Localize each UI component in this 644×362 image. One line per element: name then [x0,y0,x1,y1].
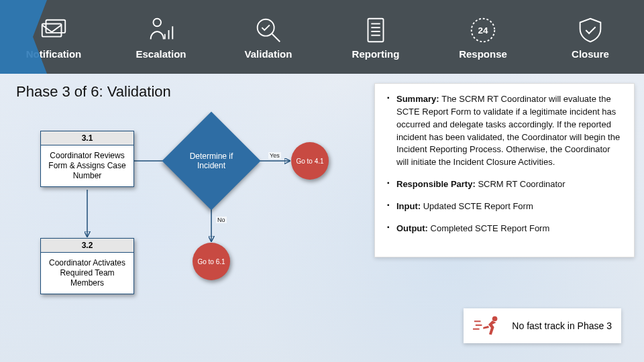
info-lead: Responsible Party: [396,179,478,189]
nav-label: Response [459,48,507,60]
nav-closure: Closure [543,15,637,60]
flow-decision: Determine if Incident [162,111,260,210]
info-panel: Summary: The SCRM RT Coordinator will ev… [374,83,635,257]
mail-icon [38,15,69,46]
info-responsible: Responsible Party: SCRM RT Coordinator [387,178,623,191]
fast-track-text: No fast track in Phase 3 [512,320,612,331]
phase-nav: Notification Escalation Validation Repor… [0,0,644,74]
flow-terminator-text: Go to 6.1 [197,258,225,265]
flow-box-text: Coordinator Activates Required Team Memb… [41,253,133,294]
flowchart: 3.1 Coordinator Reviews Form & Assigns C… [0,111,376,352]
nav-reporting: Reporting [329,15,423,60]
document-lines-icon [360,15,391,46]
flow-box-text: Coordinator Reviews Form & Assigns Case … [41,145,133,186]
svg-rect-0 [42,23,62,36]
flow-box-number: 3.1 [41,131,133,145]
magnifier-check-icon [253,15,284,46]
nav-label: Notification [26,48,82,60]
flow-box-3-1: 3.1 Coordinator Reviews Form & Assigns C… [40,131,134,187]
nav-validation: Validation [221,15,315,60]
shield-check-icon [575,15,606,46]
flow-terminator-text: Go to 4.1 [296,158,323,165]
info-summary: Summary: The SCRM RT Coordinator will ev… [387,93,623,169]
svg-point-2 [154,18,162,26]
svg-rect-1 [46,19,66,32]
nav-escalation: Escalation [114,15,208,60]
info-output: Output: Completed SCTE Report Form [387,223,623,235]
runner-icon [473,314,504,338]
flow-terminator-6-1: Go to 6.1 [193,243,230,280]
clock-24-icon: 24 [468,15,498,46]
flow-decision-text: Determine if Incident [176,126,246,196]
nav-label: Closure [572,48,609,60]
svg-text:24: 24 [478,25,488,35]
svg-line-7 [272,34,280,42]
flow-box-number: 3.2 [41,239,133,253]
nav-label: Validation [245,48,292,60]
nav-label: Escalation [136,48,186,60]
info-body: The SCRM RT Coordinator will evaluate th… [396,94,620,167]
svg-point-6 [258,19,274,36]
info-body: SCRM RT Coordinator [478,179,565,189]
svg-rect-20 [474,320,481,322]
info-input: Input: Updated SCTE Report Form [387,200,623,213]
svg-rect-22 [473,328,480,330]
info-lead: Input: [396,201,423,211]
info-body: Completed SCTE Report Form [431,223,550,233]
nav-notification: Notification [7,15,101,60]
edge-label-yes: Yes [268,152,281,159]
nav-response: 24 Response [436,15,530,60]
flow-terminator-4-1: Go to 4.1 [291,142,329,180]
info-lead: Output: [396,223,431,233]
flow-box-3-2: 3.2 Coordinator Activates Required Team … [40,238,134,294]
info-lead: Summary: [396,94,441,104]
phase-title: Phase 3 of 6: Validation [16,83,171,101]
edge-label-no: No [216,217,227,223]
nav-label: Reporting [352,48,400,60]
svg-point-19 [492,316,498,322]
svg-rect-21 [476,324,482,326]
svg-rect-8 [368,18,384,42]
fast-track-callout: No fast track in Phase 3 [464,308,621,343]
info-body: Updated SCTE Report Form [423,201,533,211]
person-bars-icon [146,15,176,46]
